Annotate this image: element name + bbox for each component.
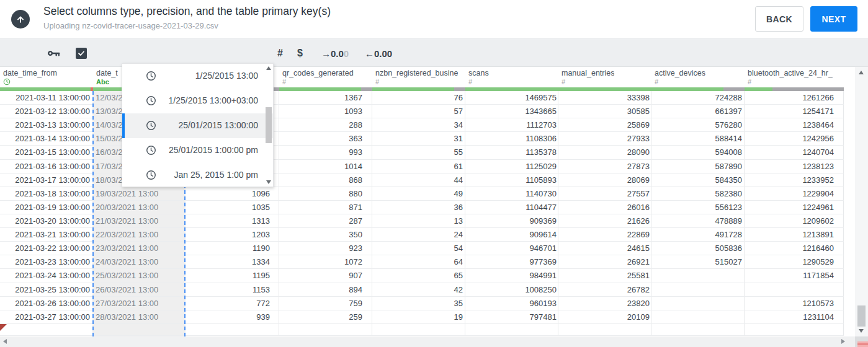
table-row: 2021-03-25 13:00:0026/03/2021 13:0011538…	[0, 283, 844, 297]
cell: 868	[279, 174, 372, 187]
cell: 1240704	[745, 146, 844, 159]
cell: 907	[279, 269, 372, 282]
cell: 556123	[651, 201, 745, 214]
column-header-date_time_from[interactable]: date_time_from	[0, 67, 93, 91]
cell: 588414	[651, 132, 745, 145]
cell: 1195	[186, 269, 279, 282]
cell: 1112703	[465, 118, 558, 131]
cell: 21/03/2021 13:00	[93, 214, 186, 227]
upload-filename: Uploading nz-covid-tracer-usage-2021-03-…	[43, 21, 218, 30]
cell: 594008	[651, 146, 745, 159]
column-header-nzbn_registered_busine[interactable]: nzbn_registered_busine#	[372, 67, 465, 91]
cell: 2021-03-17 13:00:00	[0, 174, 93, 187]
horizontal-scrollbar[interactable]	[0, 336, 855, 347]
cell: 1125029	[465, 160, 558, 173]
cell: 42	[372, 283, 465, 296]
cell: 54	[372, 242, 465, 255]
cell: 24/03/2021 13:00	[93, 255, 186, 268]
column-header-scans[interactable]: scans#	[465, 67, 558, 91]
cell: 1104477	[465, 201, 558, 214]
column-name: manual_entries	[562, 69, 614, 77]
cell: 759	[279, 297, 372, 310]
cell: 2021-03-26 13:00:00	[0, 297, 93, 310]
option-label: Jan 25, 2015 1:00 pm	[174, 170, 258, 180]
column-type-number-label: #	[655, 78, 658, 87]
primary-key-icon[interactable]	[47, 39, 61, 68]
scroll-down-arrow[interactable]	[859, 329, 864, 333]
cell: 939	[186, 310, 279, 323]
cell	[465, 324, 558, 336]
table-row: 2021-03-23 13:00:0024/03/2021 13:0013341…	[0, 255, 844, 269]
vertical-scrollbar[interactable]	[855, 67, 868, 336]
column-name: nzbn_registered_busine	[375, 69, 458, 77]
vertical-scroll-thumb[interactable]	[857, 305, 866, 327]
cell: 26/03/2021 13:00	[93, 283, 186, 296]
column-name: date_t	[96, 69, 118, 77]
scroll-up-arrow[interactable]	[859, 71, 864, 74]
date-format-option[interactable]: 1/25/2015 13:00	[122, 64, 273, 89]
column-name: active_devices	[655, 69, 705, 77]
next-button[interactable]: NEXT	[810, 6, 857, 32]
cell: 1105893	[465, 174, 558, 187]
cell: 2021-03-16 13:00:00	[0, 160, 93, 173]
cell: 2021-03-18 13:00:00	[0, 187, 93, 200]
cell: 1343665	[465, 105, 558, 118]
date-format-option[interactable]: Jan 25, 2015 1:00 pm	[122, 163, 273, 188]
dropdown-scroll-down-arrow[interactable]	[266, 180, 271, 184]
cell	[558, 324, 651, 336]
cell: 27/03/2021 13:00	[93, 297, 186, 310]
date-format-option[interactable]: 25/01/2015 1:00:00 pm	[122, 138, 273, 163]
clock-icon	[146, 145, 156, 158]
column-header-manual_entries[interactable]: manual_entries#	[558, 67, 651, 91]
cell: 1238464	[745, 118, 844, 131]
date-format-option[interactable]: 25/01/2015 13:00:00	[122, 113, 273, 138]
cell: 25581	[558, 269, 651, 282]
dropdown-scroll-thumb[interactable]	[266, 107, 272, 143]
column-type-number-label: #	[282, 78, 286, 87]
cell: 2021-03-12 13:00:00	[0, 105, 93, 118]
number-type-button[interactable]: #	[277, 39, 283, 68]
cell: 2021-03-11 13:00:00	[0, 91, 93, 104]
option-label: 1/25/2015 13:00+03:00	[169, 95, 258, 105]
currency-type-button[interactable]: $	[297, 39, 303, 68]
cell: 23820	[558, 297, 651, 310]
column-checkbox[interactable]	[76, 48, 87, 59]
cell: 33398	[558, 91, 651, 104]
dropdown-scroll-up-arrow[interactable]	[266, 66, 271, 70]
cell: 797481	[465, 310, 558, 323]
cell	[651, 310, 745, 323]
cell: 1108306	[465, 132, 558, 145]
cell	[651, 297, 745, 310]
date-format-option[interactable]: 1/25/2015 13:00+03:00	[122, 89, 273, 113]
column-header-bluetooth_active_24_hr_[interactable]: bluetooth_active_24_hr_#	[745, 67, 844, 91]
column-header-qr_codes_generated[interactable]: qr_codes_generated#	[279, 67, 372, 91]
cell: 2021-03-15 13:00:00	[0, 146, 93, 159]
clock-icon	[146, 170, 156, 183]
more-rows-marker	[0, 324, 7, 331]
scroll-left-arrow[interactable]	[3, 339, 7, 344]
cell: 287	[279, 214, 372, 227]
cell: 1238123	[745, 160, 844, 173]
increase-decimal-button[interactable]: →0.00	[321, 39, 349, 68]
cell: 64	[372, 255, 465, 268]
cell: 36	[372, 201, 465, 214]
cell: 27933	[558, 132, 651, 145]
cell: 478889	[651, 214, 745, 227]
option-label: 25/01/2015 1:00:00 pm	[169, 145, 258, 155]
cell: 2021-03-13 13:00:00	[0, 118, 93, 131]
cell: 55	[372, 146, 465, 159]
cell: 13	[372, 214, 465, 227]
column-header-active_devices[interactable]: active_devices#	[651, 67, 745, 91]
decrease-decimal-button[interactable]: ←0.00	[365, 39, 392, 68]
scroll-right-arrow[interactable]	[841, 339, 845, 344]
back-button[interactable]: BACK	[755, 6, 803, 32]
selected-option-bar	[122, 113, 125, 138]
table-row: 2021-03-26 13:00:0027/03/2021 13:0077275…	[0, 297, 844, 310]
cell: 259	[279, 310, 372, 323]
dropdown-scrollbar[interactable]	[264, 64, 273, 187]
cell: 960193	[465, 297, 558, 310]
cell: 23/03/2021 13:00	[93, 242, 186, 255]
table-row: 2021-03-20 13:00:0021/03/2021 13:0013132…	[0, 214, 844, 228]
cell	[372, 324, 465, 336]
table-row: 2021-03-18 13:00:0019/03/2021 13:0010968…	[0, 187, 844, 201]
